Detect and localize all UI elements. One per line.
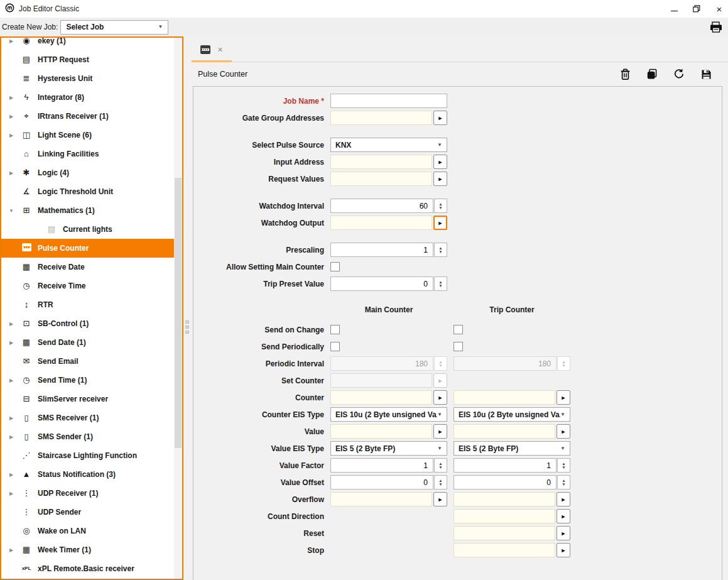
trip-preset-value-spinner-buttons[interactable]: ▲▼ xyxy=(434,276,447,291)
sidebar-item-udp-sender[interactable]: ⋮UDP Sender xyxy=(1,503,174,522)
watchdog-output-input[interactable] xyxy=(330,216,432,230)
save-button[interactable] xyxy=(700,68,712,80)
send-periodically-trip-checkbox[interactable] xyxy=(454,342,463,351)
stop-trip-input[interactable] xyxy=(454,543,555,557)
minimize-button[interactable] xyxy=(669,4,679,14)
copy-button[interactable] xyxy=(646,68,658,80)
expander-collapsed-icon[interactable]: ▶ xyxy=(7,547,16,553)
sidebar-item-sms-sender-1[interactable]: ▶▯SMS Sender (1) xyxy=(1,427,174,446)
stop-trip-browse-button[interactable]: ► xyxy=(557,543,570,557)
request-values-input[interactable] xyxy=(330,172,432,186)
value-offset-trip-spinner-buttons[interactable]: ▲▼ xyxy=(557,475,570,490)
overflow-trip-browse-button[interactable]: ► xyxy=(557,492,570,506)
expander-collapsed-icon[interactable]: ▶ xyxy=(7,321,16,327)
counter-eis-type-main-dropdown[interactable]: EIS 10u (2 Byte unsigned Va...▼ xyxy=(330,407,447,422)
restore-button[interactable] xyxy=(692,4,702,14)
sidebar-item-ekey-1[interactable]: ▶◉ekey (1) xyxy=(1,36,174,50)
value-factor-trip-input[interactable] xyxy=(454,458,557,473)
expander-collapsed-icon[interactable]: ▶ xyxy=(7,378,16,383)
counter-trip-input[interactable] xyxy=(454,390,555,405)
scrollbar-thumb[interactable] xyxy=(175,178,182,448)
sidebar-item-send-time-1[interactable]: ▶◷Send Time (1) xyxy=(1,371,174,390)
job-name-input[interactable] xyxy=(330,94,447,108)
sidebar-item-http-request[interactable]: ▤HTTP Request xyxy=(1,50,174,69)
sidebar-item-xpl-remote-basic-receiver[interactable]: xPLxPL Remote.Basic receiver xyxy=(1,559,174,578)
expander-collapsed-icon[interactable]: ▶ xyxy=(7,415,16,421)
expander-collapsed-icon[interactable]: ▶ xyxy=(7,133,16,138)
value-main-browse-button[interactable]: ► xyxy=(433,424,447,439)
expander-collapsed-icon[interactable]: ▶ xyxy=(7,38,16,44)
sidebar-item-send-date-1[interactable]: ▶▦Send Date (1) xyxy=(1,333,174,352)
sidebar-item-sb-control-1[interactable]: ▶⊡SB-Control (1) xyxy=(1,314,174,333)
select-pulse-source-dropdown[interactable]: KNX▼ xyxy=(330,138,447,152)
trip-preset-value-input[interactable] xyxy=(330,276,433,291)
send-on-change-trip-checkbox[interactable] xyxy=(454,325,463,334)
sidebar-item-irtrans-receiver-1[interactable]: ▶⌖IRtrans Receiver (1) xyxy=(1,107,174,126)
counter-eis-type-trip-dropdown[interactable]: EIS 10u (2 Byte unsigned Va...▼ xyxy=(454,407,570,422)
sidebar-item-udp-receiver-1[interactable]: ▶⋮UDP Receiver (1) xyxy=(1,484,174,503)
value-factor-main-spinner-buttons[interactable]: ▲▼ xyxy=(434,458,447,473)
reset-trip-input[interactable] xyxy=(454,526,555,540)
expander-collapsed-icon[interactable]: ▶ xyxy=(7,472,16,478)
sidebar-item-staircase-lighting-function[interactable]: ⋰Staircase Lighting Function xyxy=(1,446,174,465)
print-button[interactable] xyxy=(709,21,724,34)
input-address-input[interactable] xyxy=(330,155,432,169)
prescaling-spinner-buttons[interactable]: ▲▼ xyxy=(434,243,447,257)
gate-group-addresses-input[interactable] xyxy=(330,111,432,125)
expander-collapsed-icon[interactable]: ▶ xyxy=(7,340,16,346)
expander-collapsed-icon[interactable]: ▶ xyxy=(7,434,16,440)
sidebar-item-logic-threshold-unit[interactable]: ∡Logic Threshold Unit xyxy=(1,182,174,201)
delete-button[interactable] xyxy=(619,68,631,80)
value-trip-browse-button[interactable]: ► xyxy=(557,424,570,439)
count-direction-trip-browse-button[interactable]: ► xyxy=(557,509,570,523)
tab-close-icon[interactable]: × xyxy=(217,45,222,54)
value-eis-type-trip-dropdown[interactable]: EIS 5 (2 Byte FP)▼ xyxy=(454,441,570,456)
value-main-input[interactable] xyxy=(330,424,432,439)
sidebar-item-wake-on-lan[interactable]: ◎Wake on LAN xyxy=(1,522,174,540)
sidebar-item-send-email[interactable]: ✉Send Email xyxy=(1,352,174,371)
value-offset-main-input[interactable] xyxy=(330,475,433,490)
sidebar-scrollbar[interactable] xyxy=(174,38,182,579)
sidebar-item-pulse-counter[interactable]: Pulse Counter xyxy=(1,239,174,258)
overflow-main-input[interactable] xyxy=(330,492,432,506)
counter-trip-browse-button[interactable]: ► xyxy=(557,390,570,405)
expander-collapsed-icon[interactable]: ▶ xyxy=(7,491,16,496)
input-address-browse-button[interactable]: ► xyxy=(433,155,447,169)
gate-group-addresses-browse-button[interactable]: ► xyxy=(433,111,447,125)
expander-collapsed-icon[interactable]: ▶ xyxy=(7,170,16,176)
splitter-handle[interactable] xyxy=(183,36,192,580)
watchdog-interval-input[interactable] xyxy=(330,199,433,213)
reset-trip-browse-button[interactable]: ► xyxy=(557,526,570,540)
value-factor-trip-spinner-buttons[interactable]: ▲▼ xyxy=(557,458,570,473)
sidebar-item-slimserver-receiver[interactable]: ⊟SlimServer receiver xyxy=(1,390,174,408)
overflow-trip-input[interactable] xyxy=(454,492,555,506)
sidebar-item-current-lights[interactable]: ▤Current lights xyxy=(1,220,174,239)
overflow-main-browse-button[interactable]: ► xyxy=(433,492,447,506)
sidebar-item-receive-date[interactable]: ▦Receive Date xyxy=(1,258,174,276)
sidebar-item-week-timer-1[interactable]: ▶▦Week Timer (1) xyxy=(1,540,174,559)
request-values-browse-button[interactable]: ► xyxy=(433,172,447,186)
sidebar-item-linking-facilities[interactable]: ⌂Linking Facilities xyxy=(1,145,174,163)
job-select-dropdown[interactable]: Select Job ▼ xyxy=(60,20,168,35)
counter-main-browse-button[interactable]: ► xyxy=(433,390,447,405)
sidebar-item-status-notification-3[interactable]: ▶▲Status Notification (3) xyxy=(1,465,174,484)
close-button[interactable]: × xyxy=(714,4,724,14)
send-periodically-main-checkbox[interactable] xyxy=(330,342,340,351)
tab-pulse-counter[interactable]: × xyxy=(193,39,231,60)
sidebar-item-light-scene-6[interactable]: ▶◫Light Scene (6) xyxy=(1,126,174,145)
watchdog-interval-spinner-buttons[interactable]: ▲▼ xyxy=(434,199,447,213)
value-factor-main-input[interactable] xyxy=(330,458,433,473)
expander-collapsed-icon[interactable]: ▶ xyxy=(7,95,16,101)
expander-expanded-icon[interactable]: ▼ xyxy=(7,208,16,214)
prescaling-input[interactable] xyxy=(330,243,433,257)
sidebar-item-mathematics-1[interactable]: ▼⊞Mathematics (1) xyxy=(1,201,174,220)
expander-collapsed-icon[interactable]: ▶ xyxy=(7,114,16,119)
sidebar-item-sms-receiver-1[interactable]: ▶▯SMS Receiver (1) xyxy=(1,408,174,427)
sidebar-item-logic-4[interactable]: ▶✱Logic (4) xyxy=(1,163,174,182)
count-direction-trip-input[interactable] xyxy=(454,509,555,523)
send-on-change-main-checkbox[interactable] xyxy=(330,325,340,334)
sidebar-item-receive-time[interactable]: ◷Receive Time xyxy=(1,276,174,295)
sidebar-item-integrator-8[interactable]: ▶ϟIntegrator (8) xyxy=(1,88,174,107)
counter-main-input[interactable] xyxy=(330,390,432,405)
value-offset-trip-input[interactable] xyxy=(454,475,557,490)
